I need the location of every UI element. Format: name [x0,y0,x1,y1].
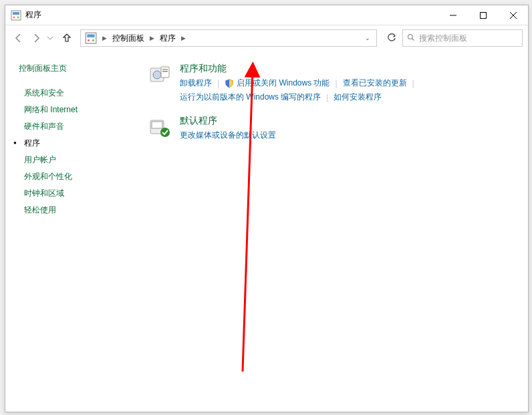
link-label: 如何安装程序 [334,92,382,103]
svg-rect-5 [480,12,486,18]
link-label: 卸载程序 [180,78,212,89]
window: 程序 [5,5,529,412]
chevron-right-icon[interactable]: ▶ [100,35,110,41]
svg-point-15 [153,71,161,79]
link-label: 更改媒体或设备的默认设置 [180,130,276,141]
separator: | [326,93,328,102]
category: 程序和功能卸载程序|启用或关闭 Windows 功能|查看已安装的更新|运行为以… [149,63,515,104]
location-icon [85,32,97,44]
sidebar-item[interactable]: 外观和个性化 [19,168,136,185]
breadcrumb-segment[interactable]: 程序 [157,30,178,46]
link-label: 启用或关闭 Windows 功能 [237,78,329,89]
sidebar-item[interactable]: 轻松使用 [19,202,136,219]
minimize-button[interactable] [438,5,468,25]
window-title: 程序 [25,9,41,21]
back-button[interactable] [11,30,27,46]
sidebar: 控制面板主页 系统和安全网络和 Internet硬件和声音程序用户帐户外观和个性… [5,51,136,412]
search-input[interactable] [419,33,518,43]
svg-point-2 [13,16,15,18]
programs-features-icon [149,64,170,86]
sidebar-item[interactable]: 系统和安全 [19,85,136,102]
category-title[interactable]: 程序和功能 [180,63,227,75]
svg-point-10 [88,39,90,41]
history-dropdown[interactable] [45,30,55,46]
separator: | [335,79,337,88]
sidebar-item[interactable]: 硬件和声音 [19,118,136,135]
forward-button[interactable] [28,30,44,46]
content: 控制面板主页 系统和安全网络和 Internet硬件和声音程序用户帐户外观和个性… [5,51,528,412]
category-link[interactable]: 卸载程序 [180,76,212,90]
svg-rect-9 [87,34,94,37]
search-box[interactable] [402,29,523,47]
svg-point-11 [92,39,94,41]
breadcrumb-bar[interactable]: ▶ 控制面板 ▶ 程序 ▶ ⌄ [80,29,377,47]
svg-point-12 [408,34,413,39]
category-link[interactable]: 启用或关闭 Windows 功能 [225,76,329,90]
category-link[interactable]: 运行为以前版本的 Windows 编写的程序 [180,90,321,104]
category-title[interactable]: 默认程序 [180,115,217,127]
breadcrumb-dropdown[interactable]: ⌄ [360,35,375,41]
sidebar-item[interactable]: 时钟和区域 [19,185,136,202]
sidebar-item[interactable]: 用户帐户 [19,152,136,168]
category-link[interactable]: 查看已安装的更新 [343,76,407,90]
titlebar: 程序 [5,5,528,25]
close-button[interactable] [498,5,528,25]
up-button[interactable] [59,30,75,46]
svg-rect-16 [161,67,169,78]
app-icon [11,10,21,21]
shield-icon [225,79,234,88]
search-icon [407,33,415,43]
svg-line-13 [412,38,414,40]
breadcrumb-segment[interactable]: 控制面板 [110,30,147,46]
svg-point-21 [160,128,170,137]
separator: | [217,79,219,88]
chevron-right-icon[interactable]: ▶ [147,35,157,41]
svg-rect-1 [13,12,19,15]
sidebar-home-link[interactable]: 控制面板主页 [19,63,136,74]
chevron-right-icon[interactable]: ▶ [178,35,188,41]
svg-rect-17 [162,69,168,70]
category: 默认程序更改媒体或设备的默认设置 [149,115,515,142]
svg-rect-20 [152,122,162,128]
refresh-button[interactable] [382,29,401,47]
maximize-button[interactable] [468,5,498,25]
svg-point-3 [17,16,19,18]
default-programs-icon [149,116,170,138]
category-link[interactable]: 更改媒体或设备的默认设置 [180,128,276,142]
sidebar-item[interactable]: 网络和 Internet [19,102,136,118]
sidebar-item[interactable]: 程序 [19,135,136,152]
separator: | [412,79,414,88]
link-label: 查看已安装的更新 [343,78,407,89]
category-link[interactable]: 如何安装程序 [334,90,382,104]
link-label: 运行为以前版本的 Windows 编写的程序 [180,92,321,103]
main-panel: 程序和功能卸载程序|启用或关闭 Windows 功能|查看已安装的更新|运行为以… [136,51,528,412]
svg-rect-18 [162,71,168,72]
window-controls [438,5,528,25]
toolbar: ▶ 控制面板 ▶ 程序 ▶ ⌄ [5,25,528,51]
